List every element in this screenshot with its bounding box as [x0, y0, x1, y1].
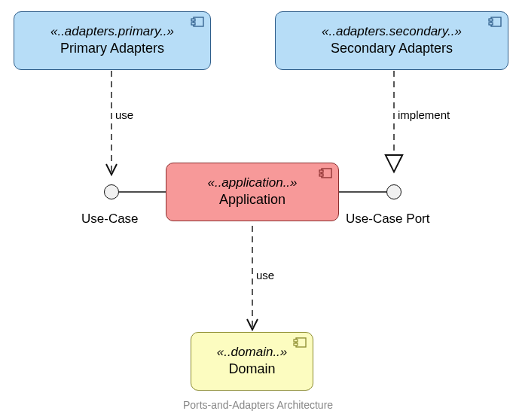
svg-rect-13 — [319, 174, 323, 176]
component-domain: «..domain..» Domain — [191, 332, 313, 391]
stereotype: «..adapters.primary..» — [23, 23, 201, 40]
diagram-caption: Ports-and-Adapters Architecture — [0, 399, 516, 411]
port-label-use-case-port: Use-Case Port — [346, 212, 429, 227]
component-name: Application — [176, 191, 329, 208]
port-use-case-port — [386, 184, 402, 199]
component-primary-adapters: «..adapters.primary..» Primary Adapters — [14, 11, 211, 70]
component-application: «..application..» Application — [166, 163, 339, 221]
svg-rect-9 — [489, 19, 493, 21]
stereotype: «..domain..» — [200, 344, 304, 361]
relation-label-implement: implement — [398, 108, 450, 121]
svg-rect-16 — [294, 343, 298, 345]
svg-rect-15 — [294, 339, 298, 342]
component-icon — [488, 17, 502, 27]
component-name: Domain — [200, 361, 304, 378]
port-use-case — [104, 184, 119, 199]
component-icon — [293, 337, 307, 348]
component-name: Primary Adapters — [23, 40, 201, 57]
port-label-use-case: Use-Case — [81, 212, 139, 227]
component-icon — [191, 17, 204, 27]
architecture-diagram: «..adapters.primary..» Primary Adapters … — [0, 0, 516, 420]
relation-label-use-2: use — [256, 269, 274, 282]
stereotype: «..adapters.secondary..» — [285, 23, 499, 40]
svg-rect-6 — [191, 19, 195, 21]
svg-rect-12 — [319, 170, 323, 172]
svg-rect-10 — [489, 23, 493, 25]
component-name: Secondary Adapters — [285, 40, 499, 57]
component-secondary-adapters: «..adapters.secondary..» Secondary Adapt… — [275, 11, 508, 70]
component-icon — [319, 168, 332, 178]
svg-rect-7 — [191, 23, 195, 25]
relation-label-use-1: use — [115, 108, 133, 121]
stereotype: «..application..» — [176, 175, 329, 191]
